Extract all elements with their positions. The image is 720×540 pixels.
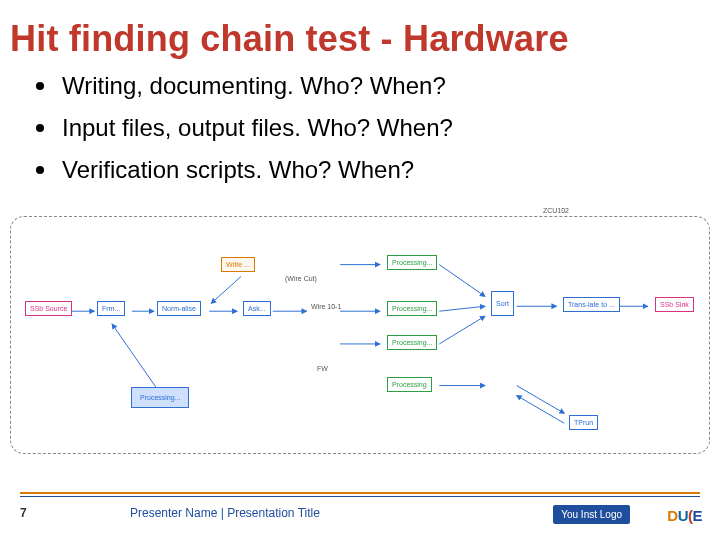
bullet-text: Input files, output files. Who? When? xyxy=(62,114,453,142)
footer-divider-top xyxy=(20,492,700,494)
bullet-text: Writing, documenting. Who? When? xyxy=(62,72,446,100)
svg-line-9 xyxy=(439,306,485,311)
dune-letter-u: U xyxy=(678,507,688,524)
svg-line-3 xyxy=(211,276,241,303)
label-wire101: Wire 10-1 xyxy=(311,303,341,310)
box-translate: Trans-late to ... xyxy=(563,297,620,312)
footer-divider-bottom xyxy=(20,496,700,497)
bullet-icon xyxy=(36,166,44,174)
box-sink: SSb Sink xyxy=(655,297,694,312)
page-number: 7 xyxy=(20,506,27,520)
institution-logo: You Inst Logo xyxy=(553,505,630,524)
svg-line-16 xyxy=(112,324,162,395)
dune-letter-e: E xyxy=(692,507,702,524)
dune-letter-d: D xyxy=(667,507,677,524)
box-normalise: Norm-alise xyxy=(157,301,201,316)
presenter-info: Presenter Name | Presentation Title xyxy=(130,506,320,520)
slide: Hit finding chain test - Hardware Writin… xyxy=(0,0,720,540)
flow-diagram: ZCU102 xyxy=(10,216,710,454)
box-proc-1: Processing... xyxy=(387,255,437,270)
box-ask: Ask... xyxy=(243,301,271,316)
box-source: SSb Source xyxy=(25,301,72,316)
bullet-icon xyxy=(36,124,44,132)
label-fw: FW xyxy=(317,365,328,372)
list-item: Verification scripts. Who? When? xyxy=(36,156,680,184)
list-item: Writing, documenting. Who? When? xyxy=(36,72,680,100)
board-label: ZCU102 xyxy=(543,207,569,214)
label-wirecut: (Wire Cut) xyxy=(285,275,317,282)
box-process-blue: Processing... xyxy=(131,387,189,408)
box-write: Write ... xyxy=(221,257,255,272)
svg-line-8 xyxy=(439,265,485,297)
bullet-text: Verification scripts. Who? When? xyxy=(62,156,414,184)
box-proc-3: Processing... xyxy=(387,335,437,350)
box-proc-4: Processing xyxy=(387,377,432,392)
svg-line-10 xyxy=(439,316,485,344)
bullet-list: Writing, documenting. Who? When? Input f… xyxy=(36,72,680,198)
box-tprun: TPrun xyxy=(569,415,598,430)
connector-arrows xyxy=(11,217,709,453)
svg-line-15 xyxy=(517,395,565,423)
box-proc-2: Processing... xyxy=(387,301,437,316)
slide-title: Hit finding chain test - Hardware xyxy=(10,18,569,60)
list-item: Input files, output files. Who? When? xyxy=(36,114,680,142)
box-sort: Sort xyxy=(491,291,514,316)
dune-logo: DU(E xyxy=(667,507,702,524)
bullet-icon xyxy=(36,82,44,90)
svg-line-14 xyxy=(517,386,565,414)
box-frm: Frm... xyxy=(97,301,125,316)
